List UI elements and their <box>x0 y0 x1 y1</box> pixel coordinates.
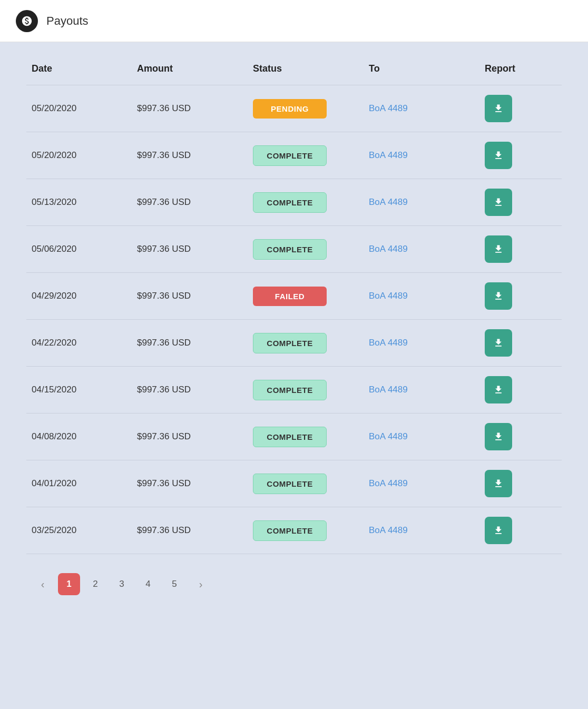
pagination: ‹ 12345 › <box>26 573 562 595</box>
cell-report <box>485 423 569 450</box>
cell-status: COMPLETE <box>253 427 369 447</box>
cell-report <box>485 470 569 497</box>
pagination-next[interactable]: › <box>190 573 212 595</box>
cell-amount: $997.36 USD <box>137 525 253 536</box>
cell-amount: $997.36 USD <box>137 244 253 254</box>
status-badge: COMPLETE <box>253 239 327 260</box>
to-link[interactable]: BoA 4489 <box>369 431 408 441</box>
cell-to[interactable]: BoA 4489 <box>369 244 485 254</box>
table-rows-container: 05/20/2020 $997.36 USD PENDING BoA 4489 … <box>26 85 562 554</box>
cell-to[interactable]: BoA 4489 <box>369 525 485 536</box>
status-badge: COMPLETE <box>253 192 327 213</box>
cell-to[interactable]: BoA 4489 <box>369 431 485 442</box>
cell-report <box>485 95 569 122</box>
cell-date: 04/22/2020 <box>32 338 137 348</box>
cell-report <box>485 329 569 357</box>
cell-to[interactable]: BoA 4489 <box>369 291 485 301</box>
table-row: 05/06/2020 $997.36 USD COMPLETE BoA 4489 <box>26 225 562 272</box>
cell-status: FAILED <box>253 287 369 306</box>
table-header: Date Amount Status To Report <box>26 63 562 85</box>
status-badge: FAILED <box>253 287 327 306</box>
status-badge: COMPLETE <box>253 520 327 541</box>
cell-date: 04/29/2020 <box>32 291 137 301</box>
cell-status: COMPLETE <box>253 380 369 400</box>
to-link[interactable]: BoA 4489 <box>369 385 408 395</box>
cell-date: 05/06/2020 <box>32 244 137 254</box>
status-badge: COMPLETE <box>253 474 327 494</box>
cell-status: COMPLETE <box>253 520 369 541</box>
cell-date: 04/15/2020 <box>32 385 137 395</box>
cell-amount: $997.36 USD <box>137 338 253 348</box>
cell-report <box>485 235 569 263</box>
download-button[interactable] <box>485 517 512 544</box>
cell-date: 05/20/2020 <box>32 103 137 114</box>
col-header-amount: Amount <box>137 63 253 74</box>
col-header-report: Report <box>485 63 569 74</box>
download-button[interactable] <box>485 235 512 263</box>
pagination-page-2[interactable]: 2 <box>84 573 106 595</box>
table-row: 03/25/2020 $997.36 USD COMPLETE BoA 4489 <box>26 507 562 554</box>
cell-report <box>485 189 569 216</box>
cell-date: 05/20/2020 <box>32 150 137 161</box>
col-header-to: To <box>369 63 485 74</box>
main-content: Date Amount Status To Report 05/20/2020 … <box>0 42 588 709</box>
cell-status: COMPLETE <box>253 145 369 166</box>
page-buttons-container: 12345 <box>58 573 185 595</box>
col-header-date: Date <box>32 63 137 74</box>
to-link[interactable]: BoA 4489 <box>369 525 408 535</box>
to-link[interactable]: BoA 4489 <box>369 478 408 488</box>
table-row: 04/15/2020 $997.36 USD COMPLETE BoA 4489 <box>26 366 562 413</box>
status-badge: COMPLETE <box>253 380 327 400</box>
cell-date: 04/08/2020 <box>32 431 137 442</box>
cell-report <box>485 282 569 310</box>
table-row: 04/22/2020 $997.36 USD COMPLETE BoA 4489 <box>26 319 562 366</box>
pagination-prev[interactable]: ‹ <box>32 573 54 595</box>
to-link[interactable]: BoA 4489 <box>369 338 408 348</box>
pagination-page-1[interactable]: 1 <box>58 573 80 595</box>
cell-amount: $997.36 USD <box>137 431 253 442</box>
to-link[interactable]: BoA 4489 <box>369 244 408 254</box>
payouts-table: Date Amount Status To Report 05/20/2020 … <box>26 63 562 554</box>
download-button[interactable] <box>485 423 512 450</box>
cell-report <box>485 517 569 544</box>
cell-to[interactable]: BoA 4489 <box>369 338 485 348</box>
payouts-icon <box>16 10 38 32</box>
cell-amount: $997.36 USD <box>137 103 253 114</box>
cell-to[interactable]: BoA 4489 <box>369 150 485 161</box>
pagination-page-4[interactable]: 4 <box>137 573 159 595</box>
cell-amount: $997.36 USD <box>137 291 253 301</box>
cell-amount: $997.36 USD <box>137 197 253 208</box>
to-link[interactable]: BoA 4489 <box>369 150 408 160</box>
pagination-page-3[interactable]: 3 <box>111 573 133 595</box>
status-badge: COMPLETE <box>253 145 327 166</box>
cell-status: COMPLETE <box>253 474 369 494</box>
download-button[interactable] <box>485 95 512 122</box>
table-row: 04/08/2020 $997.36 USD COMPLETE BoA 4489 <box>26 413 562 460</box>
download-button[interactable] <box>485 470 512 497</box>
download-button[interactable] <box>485 142 512 169</box>
download-button[interactable] <box>485 189 512 216</box>
cell-to[interactable]: BoA 4489 <box>369 103 485 114</box>
col-header-status: Status <box>253 63 369 74</box>
cell-status: COMPLETE <box>253 192 369 213</box>
to-link[interactable]: BoA 4489 <box>369 103 408 113</box>
table-row: 05/20/2020 $997.36 USD PENDING BoA 4489 <box>26 85 562 132</box>
download-button[interactable] <box>485 329 512 357</box>
pagination-page-5[interactable]: 5 <box>163 573 185 595</box>
download-button[interactable] <box>485 376 512 403</box>
cell-date: 03/25/2020 <box>32 525 137 536</box>
cell-to[interactable]: BoA 4489 <box>369 197 485 208</box>
download-button[interactable] <box>485 282 512 310</box>
cell-to[interactable]: BoA 4489 <box>369 385 485 395</box>
status-badge: COMPLETE <box>253 333 327 353</box>
cell-to[interactable]: BoA 4489 <box>369 478 485 489</box>
page-title: Payouts <box>46 14 89 28</box>
cell-amount: $997.36 USD <box>137 150 253 161</box>
to-link[interactable]: BoA 4489 <box>369 291 408 301</box>
cell-report <box>485 142 569 169</box>
cell-date: 05/13/2020 <box>32 197 137 208</box>
cell-date: 04/01/2020 <box>32 478 137 489</box>
to-link[interactable]: BoA 4489 <box>369 197 408 207</box>
cell-amount: $997.36 USD <box>137 385 253 395</box>
table-row: 04/29/2020 $997.36 USD FAILED BoA 4489 <box>26 272 562 319</box>
